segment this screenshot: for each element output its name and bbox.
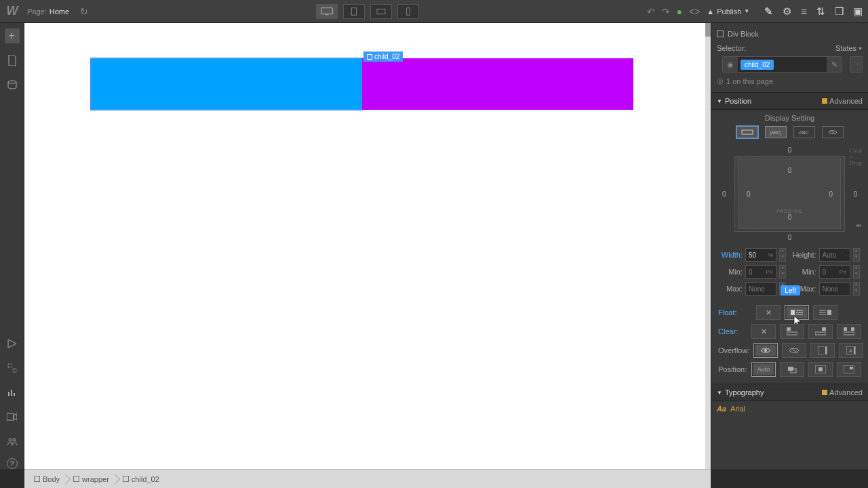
device-phone[interactable] bbox=[397, 4, 419, 19]
selector-input[interactable]: ◉ child_02 ✎ bbox=[722, 56, 842, 73]
overflow-auto[interactable]: A bbox=[839, 343, 863, 358]
webflow-logo[interactable]: W bbox=[5, 5, 19, 18]
padding-top[interactable]: 0 bbox=[788, 167, 792, 174]
chevron-down-icon: ▼ bbox=[744, 8, 749, 14]
clear-both[interactable] bbox=[837, 324, 861, 339]
clear-right[interactable] bbox=[808, 324, 833, 339]
child-02-element[interactable] bbox=[91, 58, 362, 110]
display-inline-block[interactable]: |ABC| bbox=[765, 126, 787, 138]
gear-icon[interactable]: ⚙ bbox=[783, 5, 791, 18]
height-input[interactable]: Auto- bbox=[819, 248, 850, 262]
svg-text:A: A bbox=[849, 348, 852, 353]
width-input[interactable]: 50% bbox=[745, 248, 776, 262]
divblock-icon bbox=[367, 54, 372, 60]
min-height-stepper[interactable]: ▲▼ bbox=[853, 265, 860, 279]
min-width-input[interactable]: 0PX bbox=[745, 265, 776, 279]
typography-section-toggle[interactable]: ▼Typography bbox=[717, 388, 764, 396]
svg-point-10 bbox=[13, 439, 16, 441]
audit-icon[interactable] bbox=[5, 385, 20, 400]
display-inline[interactable]: ABC bbox=[793, 126, 815, 138]
sibling-element[interactable] bbox=[362, 58, 633, 110]
font-family[interactable]: Arial bbox=[730, 405, 745, 413]
onpage-count: 1 on this page bbox=[726, 77, 773, 85]
advanced-toggle[interactable]: Advanced bbox=[822, 388, 863, 396]
padding-right[interactable]: 0 bbox=[829, 190, 833, 198]
float-right[interactable] bbox=[813, 305, 837, 320]
undo-icon[interactable]: ↶ bbox=[647, 6, 655, 17]
width-stepper[interactable]: ▲▼ bbox=[779, 248, 786, 262]
navigator-icon[interactable] bbox=[5, 336, 20, 351]
position-relative[interactable] bbox=[780, 362, 804, 377]
svg-rect-23 bbox=[815, 332, 826, 335]
margin-top[interactable]: 0 bbox=[788, 146, 792, 154]
min-height-input[interactable]: 0PX bbox=[819, 265, 850, 279]
canvas[interactable]: child_02 bbox=[24, 23, 705, 469]
class-tag[interactable]: child_02 bbox=[741, 60, 774, 70]
video-icon[interactable] bbox=[5, 409, 20, 424]
element-type-label: Div Block bbox=[728, 30, 759, 38]
position-absolute[interactable] bbox=[808, 362, 833, 377]
position-auto[interactable]: Auto bbox=[751, 362, 776, 377]
vertical-scrollbar[interactable] bbox=[705, 23, 711, 469]
max-height-stepper[interactable]: ▲▼ bbox=[853, 282, 860, 296]
padding-bottom[interactable]: 0 bbox=[788, 214, 792, 221]
status-ok-icon[interactable]: ● bbox=[677, 6, 682, 17]
add-element-button[interactable]: + bbox=[5, 28, 20, 43]
states-dropdown[interactable]: States▼ bbox=[835, 44, 863, 52]
device-tablet-landscape[interactable] bbox=[370, 4, 392, 19]
assets-icon[interactable]: ▣ bbox=[853, 5, 863, 18]
margin-right[interactable]: 0 bbox=[853, 190, 857, 198]
svg-point-27 bbox=[764, 349, 767, 352]
overflow-visible[interactable] bbox=[753, 343, 778, 358]
margin-bottom[interactable]: 0 bbox=[788, 234, 792, 241]
brush-icon[interactable]: ✎ bbox=[764, 5, 773, 18]
users-icon[interactable] bbox=[5, 434, 20, 449]
float-tooltip: Left bbox=[781, 285, 800, 296]
max-height-input[interactable]: None- bbox=[819, 282, 850, 296]
publish-button[interactable]: ▲ Publish ▼ bbox=[707, 7, 749, 16]
display-block[interactable] bbox=[736, 126, 758, 138]
selector-more-icon[interactable]: ⋯ bbox=[850, 56, 863, 73]
margin-left[interactable]: 0 bbox=[722, 190, 726, 198]
svg-rect-26 bbox=[844, 332, 854, 335]
overflow-scroll[interactable] bbox=[810, 343, 835, 358]
height-stepper[interactable]: ▲▼ bbox=[853, 248, 860, 262]
reload-icon[interactable]: ↻ bbox=[80, 6, 88, 17]
display-none[interactable] bbox=[822, 126, 844, 138]
selector-icon[interactable] bbox=[5, 361, 20, 375]
code-icon[interactable]: <> bbox=[689, 6, 700, 17]
selection-tag[interactable]: child_02 bbox=[363, 52, 403, 62]
svg-rect-2 bbox=[351, 7, 357, 15]
overflow-hidden[interactable] bbox=[782, 343, 806, 358]
cube-icon[interactable]: ❒ bbox=[835, 5, 844, 18]
position-section-toggle[interactable]: ▼Position bbox=[717, 97, 751, 105]
float-label: Float: bbox=[718, 308, 752, 317]
min-width-stepper[interactable]: ▲▼ bbox=[779, 265, 786, 279]
min-height-label: Min: bbox=[792, 268, 816, 276]
list-icon[interactable]: ≡ bbox=[801, 5, 807, 18]
float-left[interactable] bbox=[785, 305, 809, 320]
clear-left[interactable] bbox=[780, 324, 804, 339]
padding-left[interactable]: 0 bbox=[747, 190, 751, 198]
help-icon[interactable]: ? bbox=[7, 458, 18, 469]
box-model-editor[interactable]: Click + Drag MARGIN PADDING 0 0 0 0 0 0 … bbox=[719, 146, 860, 241]
edit-class-icon[interactable]: ✎ bbox=[827, 57, 842, 72]
link-margins-icon[interactable]: ⇹ bbox=[856, 222, 861, 229]
svg-rect-12 bbox=[791, 310, 795, 315]
clear-none[interactable]: ✕ bbox=[751, 324, 776, 339]
device-tablet[interactable] bbox=[343, 4, 365, 19]
max-width-input[interactable]: None bbox=[745, 282, 776, 296]
max-width-label: Max: bbox=[718, 285, 743, 293]
cms-icon[interactable] bbox=[5, 77, 20, 92]
advanced-toggle[interactable]: Advanced bbox=[822, 97, 863, 105]
position-fixed[interactable] bbox=[837, 362, 861, 377]
device-desktop[interactable] bbox=[316, 4, 338, 19]
min-width-label: Min: bbox=[718, 268, 743, 276]
pages-icon[interactable] bbox=[5, 53, 20, 68]
svg-point-9 bbox=[9, 439, 12, 441]
interactions-icon[interactable]: ⇅ bbox=[816, 5, 825, 18]
redo-icon[interactable]: ↷ bbox=[662, 6, 670, 17]
page-name[interactable]: Home bbox=[50, 7, 69, 16]
svg-rect-1 bbox=[326, 14, 329, 15]
float-none[interactable]: ✕ bbox=[756, 305, 781, 320]
